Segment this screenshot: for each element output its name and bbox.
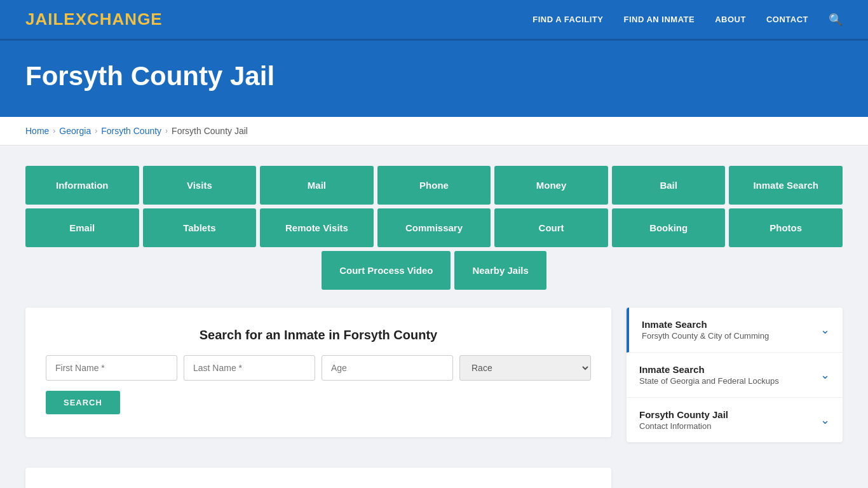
- breadcrumb: Home › Georgia › Forsyth County › Forsyt…: [25, 126, 843, 136]
- breadcrumb-bar: Home › Georgia › Forsyth County › Forsyt…: [0, 117, 868, 146]
- btn-email[interactable]: Email: [25, 208, 139, 247]
- last-name-input[interactable]: [184, 355, 315, 381]
- race-select[interactable]: Race White Black Hispanic Asian Other: [459, 355, 591, 381]
- sidebar-item-title-3: Forsyth County Jail: [639, 409, 728, 420]
- search-box: Search for an Inmate in Forsyth County R…: [25, 308, 611, 437]
- grid-row-2: Email Tablets Remote Visits Commissary C…: [25, 208, 843, 247]
- chevron-down-icon-2: ⌄: [820, 368, 830, 382]
- search-title: Search for an Inmate in Forsyth County: [46, 328, 591, 342]
- nav-links: FIND A FACILITY FIND AN INMATE ABOUT CON…: [532, 13, 843, 27]
- btn-court-process-video[interactable]: Court Process Video: [322, 251, 451, 290]
- chevron-down-icon-1: ⌄: [820, 323, 830, 337]
- btn-mail[interactable]: Mail: [260, 166, 374, 205]
- two-col-layout: Search for an Inmate in Forsyth County R…: [25, 308, 843, 488]
- btn-money[interactable]: Money: [494, 166, 608, 205]
- sidebar-item-title-2: Inmate Search: [639, 364, 779, 375]
- search-fields: Race White Black Hispanic Asian Other: [46, 355, 591, 381]
- btn-inmate-search[interactable]: Inmate Search: [729, 166, 843, 205]
- breadcrumb-current: Forsyth County Jail: [172, 126, 248, 136]
- btn-nearby-jails[interactable]: Nearby Jails: [454, 251, 546, 290]
- first-name-input[interactable]: [46, 355, 177, 381]
- search-icon[interactable]: 🔍: [829, 13, 843, 27]
- logo-exchange: EXCHANGE: [64, 10, 162, 29]
- search-button[interactable]: SEARCH: [46, 391, 120, 414]
- sidebar-item-subtitle-3: Contact Information: [639, 421, 728, 431]
- chevron-down-icon-3: ⌄: [820, 413, 830, 427]
- main-content: Information Visits Mail Phone Money Bail…: [0, 146, 868, 488]
- sidebar-item-inmate-search-georgia[interactable]: Inmate Search State of Georgia and Feder…: [627, 353, 843, 398]
- sidebar-item-inmate-search-forsyth[interactable]: Inmate Search Forsyth County & City of C…: [627, 308, 843, 353]
- info-title: Forsyth County Jail Information: [46, 485, 591, 488]
- page-title: Forsyth County Jail: [25, 61, 843, 92]
- sidebar-item-subtitle-1: Forsyth County & City of Cumming: [642, 331, 769, 341]
- breadcrumb-home[interactable]: Home: [25, 126, 49, 136]
- btn-court[interactable]: Court: [494, 208, 608, 247]
- btn-phone[interactable]: Phone: [377, 166, 491, 205]
- sidebar-item-title-1: Inmate Search: [642, 319, 769, 330]
- breadcrumb-sep-2: ›: [95, 126, 97, 135]
- hero-section: Forsyth County Jail: [0, 41, 868, 117]
- site-logo[interactable]: JAILEXCHANGE: [25, 10, 163, 29]
- breadcrumb-sep-1: ›: [53, 126, 55, 135]
- btn-commissary[interactable]: Commissary: [377, 208, 491, 247]
- nav-find-facility[interactable]: FIND A FACILITY: [532, 15, 603, 24]
- grid-row-1: Information Visits Mail Phone Money Bail…: [25, 166, 843, 205]
- nav-find-inmate[interactable]: FIND AN INMATE: [623, 15, 695, 24]
- sidebar-item-subtitle-2: State of Georgia and Federal Lockups: [639, 376, 779, 386]
- btn-tablets[interactable]: Tablets: [143, 208, 257, 247]
- age-input[interactable]: [322, 355, 453, 381]
- grid-row-3: Court Process Video Nearby Jails: [25, 251, 843, 290]
- nav-about[interactable]: ABOUT: [715, 15, 746, 24]
- info-section: Forsyth County Jail Information: [25, 468, 611, 488]
- sidebar: Inmate Search Forsyth County & City of C…: [627, 308, 843, 444]
- breadcrumb-georgia[interactable]: Georgia: [59, 126, 91, 136]
- sidebar-card: Inmate Search Forsyth County & City of C…: [627, 308, 843, 442]
- breadcrumb-forsyth-county[interactable]: Forsyth County: [101, 126, 161, 136]
- nav-contact[interactable]: CONTACT: [766, 15, 808, 24]
- breadcrumb-sep-3: ›: [165, 126, 168, 135]
- btn-photos[interactable]: Photos: [729, 208, 843, 247]
- btn-information[interactable]: Information: [25, 166, 139, 205]
- sidebar-item-contact-info[interactable]: Forsyth County Jail Contact Information …: [627, 398, 843, 442]
- logo-jail: JAIL: [25, 10, 64, 29]
- btn-bail[interactable]: Bail: [612, 166, 726, 205]
- btn-booking[interactable]: Booking: [612, 208, 726, 247]
- btn-remote-visits[interactable]: Remote Visits: [260, 208, 374, 247]
- btn-visits[interactable]: Visits: [143, 166, 257, 205]
